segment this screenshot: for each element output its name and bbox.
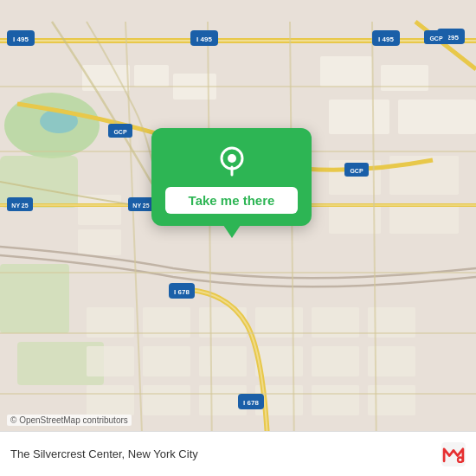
osm-attribution: © OpenStreetMap contributors (7, 415, 132, 426)
card-tail (223, 225, 241, 238)
svg-text:I 495: I 495 (196, 35, 212, 43)
svg-text:GCP: GCP (113, 129, 127, 135)
map-container: I 495 I 495 I 495 I 295 GCP GCP GCP NY 2… (0, 0, 476, 476)
svg-rect-12 (398, 100, 476, 134)
svg-rect-14 (78, 229, 121, 255)
svg-rect-26 (143, 346, 190, 376)
svg-rect-11 (329, 100, 389, 134)
svg-rect-9 (320, 56, 372, 87)
svg-rect-7 (134, 65, 169, 87)
svg-rect-36 (368, 385, 415, 415)
svg-rect-27 (199, 346, 247, 376)
svg-text:I 495: I 495 (13, 35, 29, 43)
map-svg: I 495 I 495 I 495 I 295 GCP GCP GCP NY 2… (0, 0, 476, 476)
svg-text:I 678: I 678 (243, 399, 259, 407)
svg-point-79 (459, 458, 461, 460)
svg-text:NY 25: NY 25 (132, 203, 149, 209)
bottom-bar: The Silvercrest Center, New York City (0, 431, 476, 476)
svg-rect-18 (389, 203, 459, 234)
take-me-there-button[interactable]: Take me there (165, 187, 298, 214)
location-card: Take me there (151, 128, 312, 226)
svg-rect-25 (87, 346, 134, 376)
map-pin-icon (215, 144, 249, 178)
svg-rect-31 (87, 385, 134, 415)
svg-text:GCP: GCP (429, 35, 443, 42)
svg-rect-29 (312, 346, 359, 376)
svg-text:I 495: I 495 (378, 35, 394, 43)
svg-text:GCP: GCP (350, 168, 363, 174)
svg-rect-32 (143, 385, 190, 415)
svg-text:NY 25: NY 25 (11, 203, 28, 209)
svg-rect-35 (312, 385, 359, 415)
moovit-logo (441, 442, 466, 466)
moovit-icon (441, 442, 466, 466)
svg-text:I 678: I 678 (174, 288, 190, 296)
svg-rect-4 (0, 264, 69, 333)
location-label: The Silvercrest Center, New York City (10, 447, 441, 460)
svg-rect-17 (329, 203, 381, 234)
svg-point-76 (228, 154, 236, 163)
